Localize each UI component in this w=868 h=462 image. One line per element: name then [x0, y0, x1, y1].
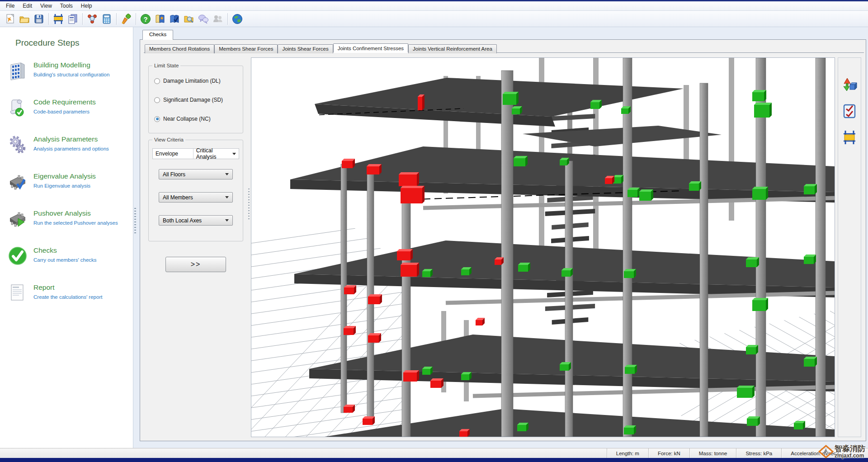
chevron-down-icon — [232, 153, 236, 155]
menu-file[interactable]: File — [2, 2, 19, 10]
radio-circle[interactable] — [154, 116, 160, 122]
chevron-down-icon — [225, 196, 229, 198]
step-title: Analysis Parameters — [33, 135, 109, 143]
display-style-icon[interactable] — [119, 12, 133, 26]
view-criteria-label: View Criteria — [152, 137, 185, 142]
verification-icon[interactable] — [167, 12, 182, 26]
radio-circle[interactable] — [154, 97, 160, 103]
menu-edit[interactable]: Edit — [19, 2, 36, 10]
step-subtitle: Analysis parameters and options — [33, 146, 109, 151]
axes-select[interactable]: Both Local Axes — [159, 215, 233, 226]
building-icon — [7, 60, 28, 81]
step-title: Report — [33, 283, 102, 292]
active-checks-icon[interactable] — [840, 102, 859, 120]
sidebar-item-pushover-analysis[interactable]: Pushover Analysis Run the selected Pusho… — [0, 204, 133, 241]
criteria-panel: Limit State Damage Limitation (DL) Signi… — [144, 53, 247, 439]
panel-splitter[interactable] — [247, 53, 251, 439]
radio-damage-limitation[interactable]: Damage Limitation (DL) — [154, 78, 238, 84]
menu-help[interactable]: Help — [77, 2, 96, 10]
sidebar-item-analysis-parameters[interactable]: Analysis Parameters Analysis parameters … — [0, 130, 133, 167]
watermark-logo-icon — [817, 444, 835, 459]
chip-run-icon — [7, 208, 28, 229]
search-project-icon[interactable] — [182, 12, 196, 26]
toolbar-separator — [82, 13, 83, 25]
joints-confinement-page: Limit State Damage Limitation (DL) Signi… — [144, 52, 864, 439]
view-tools-panel — [838, 57, 861, 437]
radio-label: Significant Damage (SD) — [163, 97, 223, 103]
envelope-row: Envelope Critical Analysis — [152, 148, 239, 159]
user-manual-icon[interactable] — [153, 12, 167, 26]
svg-text:?: ? — [143, 15, 147, 23]
envelope-cell: Envelope — [153, 149, 193, 159]
watermark-url: zmjaxf.com — [835, 453, 865, 458]
subtab-joints-vertical-reinforcement-area[interactable]: Joints Vertical Reinforcement Area — [408, 44, 497, 53]
model-3d-icon[interactable] — [85, 12, 99, 26]
radio-near-collapse[interactable]: Near Collapse (NC) — [154, 116, 238, 122]
subtab-members-chord-rotations[interactable]: Members Chord Rotations — [145, 44, 214, 53]
toolbar: ? — [0, 11, 868, 27]
view-criteria-group: View Criteria Envelope Critical Analysis… — [148, 140, 243, 241]
deformed-shape-icon[interactable] — [840, 76, 859, 94]
website-icon[interactable] — [230, 12, 245, 26]
feedback-icon[interactable] — [196, 12, 211, 26]
radio-label: Near Collapse (NC) — [163, 116, 211, 122]
help-icon[interactable]: ? — [138, 12, 153, 26]
menu-tools[interactable]: Tools — [56, 2, 77, 10]
subtab-members-shear-forces[interactable]: Members Shear Forces — [214, 44, 278, 53]
sidebar-heading: Procedure Steps — [15, 38, 133, 48]
sidebar-item-checks[interactable]: Checks Carry out members' checks — [0, 241, 133, 278]
sidebar-item-code-requirements[interactable]: Code Requirements Code-based parameters — [0, 93, 133, 130]
frame-section-icon[interactable] — [840, 128, 859, 146]
frame-view-icon[interactable] — [51, 12, 66, 26]
new-file-icon[interactable] — [3, 12, 17, 26]
step-title: Pushover Analysis — [33, 209, 118, 217]
radio-label: Damage Limitation (DL) — [163, 78, 221, 84]
members-select[interactable]: All Members — [159, 192, 233, 203]
sidebar-item-report[interactable]: Report Create the calculations' report — [0, 278, 133, 316]
tab-checks[interactable]: Checks — [142, 30, 173, 40]
window-bottom-edge — [0, 458, 868, 462]
menubar: File Edit View Tools Help — [0, 1, 868, 11]
toolbar-separator — [116, 13, 117, 25]
step-title: Building Modelling — [33, 61, 109, 69]
status-force: Force: kN — [648, 448, 689, 458]
analysis-select-value: Critical Analysis — [196, 147, 232, 160]
subtab-joints-shear-forces[interactable]: Joints Shear Forces — [278, 44, 333, 53]
status-length: Length: m — [607, 448, 648, 458]
report-icon[interactable] — [66, 12, 80, 26]
step-subtitle: Carry out members' checks — [33, 257, 97, 263]
sidebar-splitter[interactable] — [133, 27, 137, 449]
check-circle-icon — [7, 245, 28, 266]
status-stress: Stress: kPa — [736, 448, 781, 458]
sidebar-item-building-modelling[interactable]: Building Modelling Building's structural… — [0, 56, 133, 93]
step-title: Checks — [33, 246, 97, 255]
sidebar-item-eigenvalue-analysis[interactable]: Eigenvalue Analysis Run Eigenvalue analy… — [0, 167, 133, 204]
limit-state-group: Limit State Damage Limitation (DL) Signi… — [148, 66, 243, 133]
floors-select-value: All Floors — [163, 171, 185, 178]
apply-button[interactable]: >> — [165, 257, 226, 272]
model-3d-viewport[interactable] — [251, 57, 835, 437]
step-subtitle: Run the selected Pushover analyses — [33, 220, 118, 226]
gears-icon — [7, 134, 28, 155]
calculator-icon[interactable] — [99, 12, 114, 26]
building-3d-scene — [251, 58, 835, 437]
subtab-joints-confinement-stresses[interactable]: Joints Confinement Stresses — [333, 43, 408, 52]
forum-icon[interactable] — [211, 12, 225, 26]
save-icon[interactable] — [32, 12, 46, 26]
menu-view[interactable]: View — [36, 2, 56, 10]
analysis-select[interactable]: Critical Analysis — [193, 149, 239, 159]
checks-tabpage: Members Chord Rotations Members Shear Fo… — [140, 39, 866, 441]
procedure-steps-panel: Procedure Steps Building Modelling Build… — [0, 27, 133, 449]
floors-select[interactable]: All Floors — [159, 169, 233, 179]
radio-circle[interactable] — [154, 78, 160, 84]
toolbar-separator — [48, 13, 49, 25]
report-page-icon — [7, 283, 28, 303]
radio-significant-damage[interactable]: Significant Damage (SD) — [154, 97, 238, 103]
step-title: Code Requirements — [33, 98, 96, 106]
axes-select-value: Both Local Axes — [163, 217, 202, 224]
open-project-icon[interactable] — [17, 12, 32, 26]
limit-state-label: Limit State — [152, 63, 180, 68]
watermark-title: 智淼消防 — [835, 445, 865, 453]
status-mass: Mass: tonne — [689, 448, 736, 458]
step-subtitle: Building's structural configuration — [33, 72, 109, 77]
